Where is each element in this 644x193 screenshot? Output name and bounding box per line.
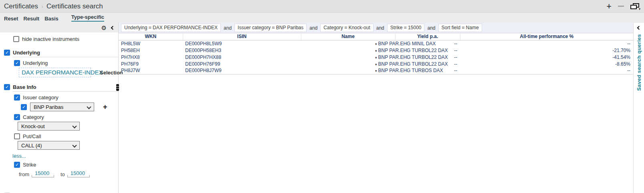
sidebar-content: hide inactive instruments Underlying Und… bbox=[0, 36, 118, 193]
window-layout-icon[interactable]: ▾ bbox=[630, 3, 639, 10]
results-table: WKN ISIN Name Yield p.a. All-time perfor… bbox=[119, 33, 633, 74]
filter-chip-category[interactable]: Category = Knock-out bbox=[320, 24, 373, 32]
put-call-select[interactable]: CALL (4) bbox=[18, 141, 80, 150]
cell-wkn: PH58EH bbox=[119, 47, 183, 54]
row-dropdown-triangle-icon: ▾ bbox=[375, 49, 377, 53]
table-row[interactable]: PH7HX8 DE000PH7HX88 ▾BNP PAR.EHG TURBOL2… bbox=[119, 54, 633, 60]
cell-isin: DE000PH8J7W9 bbox=[183, 67, 301, 74]
panel-resize-handle[interactable] bbox=[116, 84, 119, 91]
strike-row: Strike bbox=[14, 162, 118, 168]
column-header-isin[interactable]: ISIN bbox=[183, 33, 301, 40]
hide-inactive-checkbox[interactable] bbox=[13, 36, 19, 42]
tab-basis[interactable]: Basis bbox=[44, 16, 59, 22]
base-info-section: Base Info bbox=[0, 84, 118, 92]
strike-label: Strike bbox=[23, 162, 36, 168]
underlying-field-checkbox[interactable] bbox=[14, 60, 20, 66]
issuer-category-checkbox[interactable] bbox=[14, 94, 20, 101]
window-front-rect bbox=[630, 5, 637, 9]
cell-performance: -- bbox=[460, 67, 633, 74]
instrument-name-link[interactable]: BNP PAR.EHG MINIL DAX bbox=[378, 41, 436, 46]
filter-chip-issuer-category[interactable]: Issuer category = BNP Paribas bbox=[234, 24, 307, 32]
minimize-icon[interactable] bbox=[618, 6, 624, 7]
hide-inactive-label: hide inactive instruments bbox=[22, 36, 79, 42]
issuer-category-select[interactable]: BNP Paribas bbox=[30, 103, 94, 111]
cell-name[interactable]: ▾BNP PAR.EHG TURBOL22 DAX bbox=[301, 54, 395, 60]
category-label: Category bbox=[23, 114, 44, 120]
tab-result[interactable]: Result bbox=[23, 16, 39, 22]
filter-chip-strike[interactable]: Strike = 15000 bbox=[387, 24, 425, 32]
column-header-yield[interactable]: Yield p.a. bbox=[395, 33, 460, 40]
strike-to-label: to bbox=[61, 171, 65, 177]
cell-performance: -8.65% bbox=[460, 60, 633, 67]
category-select[interactable]: Knock-out bbox=[18, 122, 80, 131]
strike-to-input[interactable]: 15000 bbox=[68, 170, 89, 177]
underlying-section-title: Underlying bbox=[13, 50, 40, 56]
cell-wkn: PH8L5W bbox=[119, 40, 183, 47]
instrument-name-link[interactable]: BNP PAR.EHG TURBOS DAX bbox=[378, 68, 443, 73]
add-issuer-button[interactable]: + bbox=[103, 104, 107, 110]
open-saved-queries-chevron-icon[interactable] bbox=[637, 26, 641, 30]
instrument-name-link[interactable]: BNP PAR.EHG TURBOL22 DAX bbox=[378, 54, 448, 60]
category-checkbox[interactable] bbox=[14, 114, 20, 120]
breadcrumb: Certificates › Certificates search bbox=[4, 2, 103, 10]
filter-conjunction: and bbox=[224, 25, 232, 31]
search-filter-sidebar: ⚙ hide inactive instruments Underlying U… bbox=[0, 23, 119, 193]
filter-chip-sort-field[interactable]: Sort field = Name bbox=[438, 24, 482, 32]
issuer-value-checkbox[interactable] bbox=[21, 104, 27, 110]
column-header-performance[interactable]: All-time performance % bbox=[460, 33, 633, 40]
put-call-checkbox[interactable] bbox=[14, 133, 20, 139]
underlying-field-row: Underlying bbox=[14, 60, 118, 66]
underlying-section-checkbox[interactable] bbox=[4, 50, 10, 56]
cell-performance: -41.54% bbox=[460, 54, 633, 60]
table-row[interactable]: PH8L5W DE000PH8L5W9 ▾BNP PAR.EHG MINIL D… bbox=[119, 40, 633, 47]
cell-wkn: PH7HX8 bbox=[119, 54, 183, 60]
sidebar-settings-gear-icon[interactable]: ⚙ bbox=[101, 25, 107, 31]
category-select-row: Knock-out bbox=[18, 122, 118, 131]
results-area: Underlying = DAX PERFORMANCE-INDEX and I… bbox=[119, 23, 633, 193]
row-dropdown-triangle-icon: ▾ bbox=[375, 69, 377, 73]
cell-wkn: PH8J7W bbox=[119, 67, 183, 74]
table-row[interactable]: PH8J7W DE000PH8J7W9 ▾BNP PAR.EHG TURBOS … bbox=[119, 67, 633, 74]
base-info-section-header: Base Info bbox=[4, 84, 118, 90]
table-row[interactable]: PH76F9 DE000PH76F99 ▾BNP PAR.EHG TURBOL2… bbox=[119, 60, 633, 67]
underlying-section-header: Underlying bbox=[4, 50, 118, 56]
cell-name[interactable]: ▾BNP PAR.EHG TURBOS DAX bbox=[301, 67, 395, 74]
row-dropdown-triangle-icon: ▾ bbox=[375, 42, 377, 46]
base-info-section-checkbox[interactable] bbox=[4, 84, 10, 90]
strike-checkbox[interactable] bbox=[14, 162, 20, 168]
instrument-name-link[interactable]: BNP PAR.EHG TURBOL22 DAX bbox=[378, 61, 448, 67]
underlying-value-input[interactable]: DAX PERFORMANCE-INDEX bbox=[19, 68, 91, 77]
main-area: ⚙ hide inactive instruments Underlying U… bbox=[0, 23, 644, 193]
filter-chip-underlying[interactable]: Underlying = DAX PERFORMANCE-INDEX bbox=[121, 24, 221, 32]
tab-reset[interactable]: Reset bbox=[4, 16, 18, 22]
issuer-category-label: Issuer category bbox=[23, 94, 59, 101]
column-header-wkn[interactable]: WKN bbox=[119, 33, 183, 40]
column-header-name[interactable]: Name bbox=[301, 33, 395, 40]
strike-from-input[interactable]: 15000 bbox=[32, 170, 54, 177]
collapse-sidebar-chevron-icon[interactable] bbox=[111, 26, 115, 30]
page-title: Certificates search bbox=[46, 2, 103, 10]
underlying-section: Underlying bbox=[0, 50, 118, 57]
row-dropdown-triangle-icon: ▾ bbox=[375, 62, 377, 66]
less-link[interactable]: less... bbox=[12, 153, 118, 159]
cell-name[interactable]: ▾BNP PAR.EHG TURBOL22 DAX bbox=[301, 60, 395, 67]
breadcrumb-certificates[interactable]: Certificates bbox=[4, 2, 38, 10]
cell-name[interactable]: ▾BNP PAR.EHG TURBOL22 DAX bbox=[301, 47, 395, 54]
add-icon[interactable]: + bbox=[606, 2, 612, 10]
base-info-section-title: Base Info bbox=[13, 84, 36, 90]
cell-performance: -- bbox=[460, 40, 633, 47]
tab-type-specific[interactable]: Type-specific bbox=[71, 14, 104, 22]
saved-search-queries-tab[interactable]: Saved search queries bbox=[636, 34, 642, 91]
active-filter-bar: Underlying = DAX PERFORMANCE-INDEX and I… bbox=[119, 23, 633, 33]
underlying-input-row: DAX PERFORMANCE-INDEX Selection bbox=[19, 68, 118, 77]
cell-isin: DE000PH76F99 bbox=[183, 60, 301, 67]
put-call-row: Put/Call bbox=[14, 133, 118, 139]
cell-name[interactable]: ▾BNP PAR.EHG MINIL DAX bbox=[301, 40, 395, 47]
strike-range-row: from 15000 to 15000 bbox=[19, 170, 118, 177]
issuer-category-row: Issuer category bbox=[14, 94, 118, 101]
filter-conjunction: and bbox=[309, 25, 317, 31]
strike-from-label: from bbox=[19, 171, 29, 177]
table-row[interactable]: PH58EH DE000PH58EH3 ▾BNP PAR.EHG TURBOL2… bbox=[119, 47, 633, 54]
instrument-name-link[interactable]: BNP PAR.EHG TURBOL22 DAX bbox=[378, 48, 448, 53]
breadcrumb-separator-icon: › bbox=[41, 3, 43, 10]
